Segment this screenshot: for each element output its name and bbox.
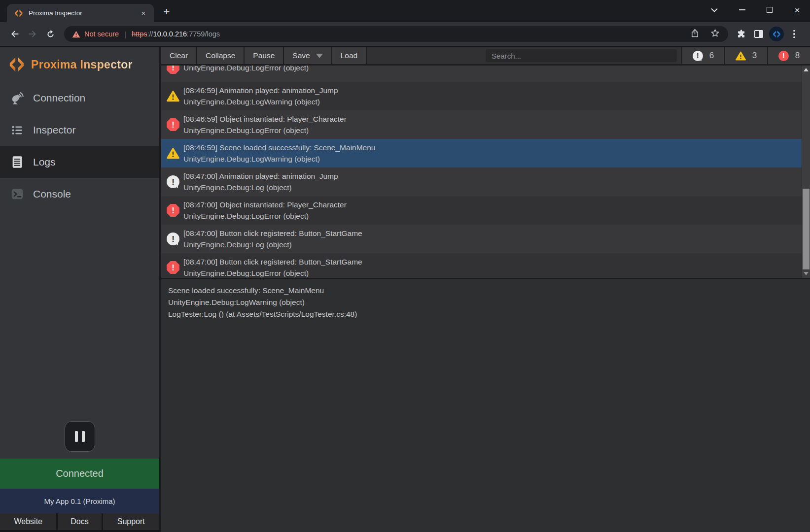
error-icon: ! — [167, 261, 179, 274]
info-count-filter[interactable]: !6 — [681, 47, 724, 64]
log-message: [08:47:00] Object instantiated: Player_C… — [183, 199, 347, 210]
warning-count-filter[interactable]: 3 — [724, 47, 767, 64]
footer-link-support[interactable]: Support — [103, 513, 159, 530]
log-row[interactable]: [08:46:59] Animation played: animation_J… — [161, 82, 810, 110]
browser-menu-kebab-icon[interactable] — [785, 25, 803, 43]
proxima-logo-icon — [8, 56, 25, 73]
search-input[interactable] — [486, 49, 677, 62]
tab-search-chevron-icon[interactable] — [709, 5, 719, 15]
browser-tab-strip: Proxima Inspector × + × — [0, 0, 810, 22]
sidebar-item-label: Inspector — [33, 124, 75, 136]
url-path: :7759/logs — [187, 30, 220, 38]
footer-link-website[interactable]: Website — [0, 513, 56, 530]
save-button[interactable]: Save — [284, 47, 332, 64]
app-logo: Proxima Inspector — [0, 47, 159, 82]
sidebar-item-label: Connection — [33, 92, 85, 104]
log-source: UnityEngine.Debug:LogWarning (object) — [183, 153, 375, 165]
sidebar-pause-button[interactable] — [65, 421, 95, 452]
log-row[interactable]: ! UnityEngine.Debug:LogError (object) — [161, 66, 810, 82]
app-info-bar: My App 0.1 (Proxima) — [0, 489, 159, 513]
detail-line: LogTester:Log () (at Assets/TestScripts/… — [168, 308, 800, 320]
tab-close-icon[interactable]: × — [139, 9, 148, 18]
clear-button[interactable]: Clear — [161, 47, 197, 64]
dropdown-caret-icon[interactable] — [316, 54, 323, 58]
error-count: 8 — [795, 51, 800, 61]
log-source: UnityEngine.Debug:LogError (object) — [183, 125, 347, 136]
error-icon: ! — [167, 66, 179, 74]
proxima-app: Proxima Inspector Connection Inspector L… — [0, 47, 810, 532]
not-secure-warning-icon — [72, 31, 80, 38]
log-list-scrollbar[interactable] — [802, 66, 810, 278]
log-row[interactable]: ! [08:47:00] Object instantiated: Player… — [161, 196, 810, 225]
sidebar-item-logs[interactable]: Logs — [0, 146, 159, 178]
log-row[interactable]: ! [08:47:00] Button click registered: Bu… — [161, 253, 810, 278]
error-count-filter[interactable]: !8 — [767, 47, 810, 64]
terminal-icon — [10, 187, 25, 201]
url-scheme-suffix: :// — [147, 30, 153, 38]
tab-title: Proxima Inspector — [29, 9, 134, 17]
share-icon[interactable] — [690, 28, 700, 40]
log-source: UnityEngine.Debug:LogError (object) — [183, 210, 347, 222]
scroll-down-arrow[interactable] — [802, 269, 810, 278]
log-source: UnityEngine.Debug:Log (object) — [183, 182, 338, 193]
connection-status-bar: Connected — [0, 459, 159, 489]
forward-button[interactable] — [24, 25, 41, 43]
log-message: [08:46:59] Object instantiated: Player_C… — [183, 113, 347, 125]
sidebar: Proxima Inspector Connection Inspector L… — [0, 47, 159, 532]
window-close-button[interactable]: × — [792, 5, 802, 15]
bookmark-star-icon[interactable] — [710, 28, 720, 40]
detail-line: UnityEngine.Debug:LogWarning (object) — [168, 297, 800, 308]
log-row[interactable]: ! [08:47:00] Animation played: animation… — [161, 167, 810, 196]
back-button[interactable] — [6, 25, 24, 43]
new-tab-button[interactable]: + — [160, 5, 174, 19]
satellite-icon — [10, 91, 25, 105]
pause-icon — [75, 431, 78, 442]
document-icon — [10, 155, 25, 169]
warning-icon — [167, 90, 179, 102]
window-maximize-button[interactable] — [765, 5, 775, 15]
footer-link-docs[interactable]: Docs — [58, 513, 101, 530]
side-panel-icon[interactable] — [750, 25, 768, 43]
pause-button[interactable]: Pause — [245, 47, 284, 64]
log-message: [08:46:59] Scene loaded successfully: Sc… — [183, 142, 375, 153]
sidebar-item-label: Logs — [33, 156, 56, 168]
detail-line: Scene loaded successfully: Scene_MainMen… — [168, 285, 800, 297]
sidebar-item-inspector[interactable]: Inspector — [0, 114, 159, 146]
scroll-up-arrow[interactable] — [802, 66, 810, 74]
profile-avatar[interactable] — [768, 25, 785, 43]
collapse-button[interactable]: Collapse — [197, 47, 245, 64]
sidebar-footer: WebsiteDocsSupport — [0, 513, 159, 532]
window-minimize-button[interactable] — [737, 5, 747, 15]
browser-tab[interactable]: Proxima Inspector × — [7, 4, 154, 22]
extensions-puzzle-icon[interactable] — [732, 25, 750, 43]
address-bar[interactable]: Not secure | https :// 10.0.0.216 :7759/… — [64, 26, 728, 42]
info-icon: ! — [693, 51, 703, 61]
url-separator: | — [124, 30, 126, 38]
log-list: ! UnityEngine.Debug:LogError (object) [0… — [161, 66, 810, 278]
url-host: 10.0.0.216 — [153, 30, 187, 38]
log-row[interactable]: ! [08:46:59] Object instantiated: Player… — [161, 110, 810, 139]
log-source: UnityEngine.Debug:LogError (object) — [183, 267, 362, 278]
sidebar-item-connection[interactable]: Connection — [0, 82, 159, 114]
list-icon — [10, 123, 25, 137]
log-source: UnityEngine.Debug:Log (object) — [183, 239, 362, 250]
info-icon: ! — [167, 233, 179, 245]
log-detail-pane: Scene loaded successfully: Scene_MainMen… — [161, 278, 810, 532]
logs-panel: ClearCollapsePauseSaveLoad !6 3!8 ! Unit… — [159, 47, 810, 532]
not-secure-label: Not secure — [84, 30, 119, 38]
sidebar-item-console[interactable]: Console — [0, 178, 159, 210]
log-row[interactable]: ! [08:47:00] Button click registered: Bu… — [161, 225, 810, 253]
log-source: UnityEngine.Debug:LogError (object) — [183, 66, 309, 73]
warning-icon — [167, 147, 179, 160]
error-icon: ! — [167, 118, 179, 131]
info-count: 6 — [709, 51, 714, 61]
url-scheme: https — [132, 30, 147, 38]
load-button[interactable]: Load — [332, 47, 367, 64]
log-message: [08:47:00] Button click registered: Butt… — [183, 256, 362, 267]
log-source: UnityEngine.Debug:LogWarning (object) — [183, 96, 338, 107]
proxima-favicon — [14, 9, 23, 18]
log-row[interactable]: [08:46:59] Scene loaded successfully: Sc… — [161, 139, 810, 167]
scrollbar-thumb[interactable] — [803, 189, 810, 269]
reload-button[interactable] — [41, 25, 59, 43]
log-message: [08:47:00] Button click registered: Butt… — [183, 228, 362, 239]
